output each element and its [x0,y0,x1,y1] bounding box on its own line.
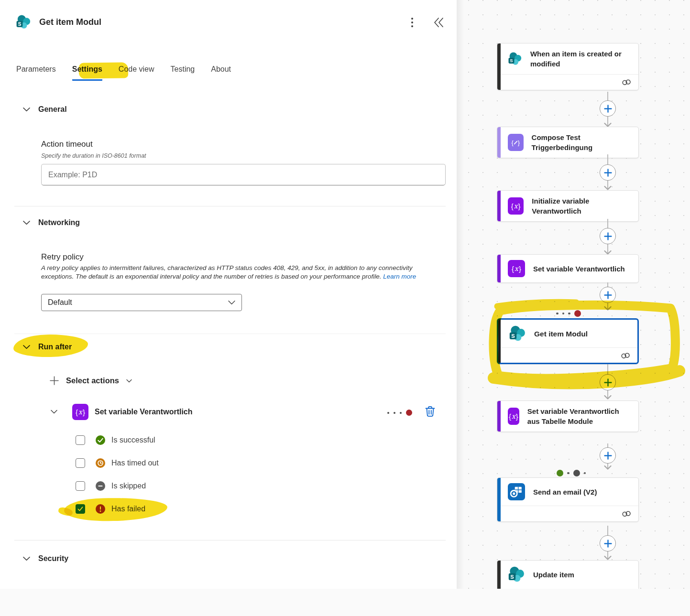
node-title: Set variable Verantwortlich aus Tabelle … [527,406,633,426]
select-actions-button[interactable]: Select actions [50,376,132,385]
arrow-down-icon [604,306,612,311]
node-footer [497,506,638,521]
retry-policy-description: A retry policy applies to intermittent f… [41,264,445,281]
node-title: Send an email (V2) [533,487,597,497]
retry-policy-dropdown[interactable]: Default [41,294,242,311]
dot [562,313,565,315]
section-divider [14,334,446,334]
action-settings-panel: S Get item Modul Parameters Settings Cod… [0,0,457,589]
node-accent-bar [497,127,501,158]
node-footer [497,74,638,90]
flow-node-initialize-variable-verantwortlich[interactable]: {x} Initialize variable Verantwortlich [497,190,639,222]
flow-node-send-an-email-v2[interactable]: Send an email (V2) [497,477,639,522]
pencil-icon [514,140,518,145]
chevron-down-icon [23,220,30,225]
insert-step-button[interactable] [600,164,616,181]
action-timeout-label: Action timeout [41,140,93,149]
action-timeout-hint: Specify the duration in ISO-8601 format [41,152,146,159]
insert-step-button[interactable] [600,447,616,464]
more-options-icon[interactable] [410,17,414,28]
status-label: Is successful [111,436,155,444]
plus-icon [604,540,612,548]
node-title: Get item Modul [534,329,588,339]
success-circle-icon [95,435,106,445]
arrow-down-icon [604,186,612,190]
plus-icon [604,291,612,299]
link-icon[interactable] [621,352,631,359]
variable-icon: {x} [72,404,88,420]
section-security[interactable]: Security [23,554,68,563]
checkbox-has-timed-out[interactable] [76,458,85,468]
variable-icon: {x} [508,260,525,277]
retry-policy-value: Default [48,298,72,307]
tab-about[interactable]: About [211,65,231,81]
section-general[interactable]: General [23,105,67,114]
section-security-title: Security [38,554,68,563]
checkbox-is-successful[interactable] [76,435,85,445]
checkbox-has-failed[interactable] [76,504,85,514]
node-status-dots [557,470,586,476]
collapse-panel-icon[interactable] [433,17,445,28]
action-timeout-input[interactable] [41,164,446,185]
failed-status-dot [406,410,412,416]
flow-node-set-variable-verantwortlich[interactable]: {x} Set variable Verantwortlich [497,254,639,283]
insert-step-button[interactable] [600,228,616,244]
dot [584,472,586,475]
section-run-after[interactable]: Run after [23,343,72,351]
variable-icon: {x} [508,408,519,425]
link-icon[interactable] [622,79,632,86]
chevron-down-icon[interactable] [51,410,57,414]
learn-more-link[interactable]: Learn more [383,273,416,280]
node-accent-bar [497,255,501,282]
success-status-dot [557,470,563,476]
flow-node-update-item[interactable]: S Update item [497,560,639,589]
plus-icon [604,232,612,240]
arrow-down-icon [604,465,612,470]
tab-testing[interactable]: Testing [171,65,195,81]
node-title: When an item is created or modified [530,49,633,69]
chevron-down-icon [126,379,132,383]
delete-icon[interactable] [424,405,437,418]
dot [394,412,395,414]
flow-node-set-variable-verantwortlich-aus-tabelle-module[interactable]: {x} Set variable Verantwortlich aus Tabe… [497,400,639,432]
dot [387,412,389,414]
node-title: Update item [533,570,574,580]
skipped-circle-icon [95,481,106,491]
check-icon [77,506,84,512]
plus-icon [50,376,59,385]
dot [556,313,559,315]
variable-icon: {x} [508,197,524,215]
dot [567,472,570,475]
insert-step-button[interactable] [600,287,616,303]
status-row-has-failed: Has failed [76,498,145,519]
connector [607,364,608,398]
insert-step-button[interactable] [600,535,616,551]
run-after-action-name: Set variable Verantwortlich [95,408,193,416]
failed-circle-icon [95,504,106,514]
tab-code-view[interactable]: Code view [119,65,154,81]
section-networking[interactable]: Networking [23,218,80,227]
node-accent-bar [497,43,501,90]
flow-node-when-item-created-or-modified[interactable]: S When an item is created or modified [497,43,639,90]
node-accent-bar [497,191,501,221]
chevron-down-icon [23,107,30,112]
section-run-after-title: Run after [38,343,72,351]
checkbox-is-skipped[interactable] [76,481,85,491]
section-divider [14,206,446,206]
tab-parameters[interactable]: Parameters [16,65,56,81]
tab-settings[interactable]: Settings [72,65,102,81]
node-footer [498,347,637,363]
clock-circle-icon [95,458,106,468]
insert-step-button[interactable] [600,100,616,117]
svg-text:S: S [511,333,515,339]
flow-node-compose-test-triggerbedingung[interactable]: {} Compose Test Triggerbedingung [497,127,639,158]
section-general-title: General [38,105,67,114]
arrow-down-icon [604,556,612,560]
flow-node-get-item-modul[interactable]: S Get item Modul [497,318,639,364]
sharepoint-icon: S [508,50,522,67]
link-icon[interactable] [622,510,632,517]
outlook-icon [508,483,525,500]
status-dot [573,470,580,476]
insert-step-button[interactable] [600,374,616,390]
svg-text:S: S [510,58,513,63]
